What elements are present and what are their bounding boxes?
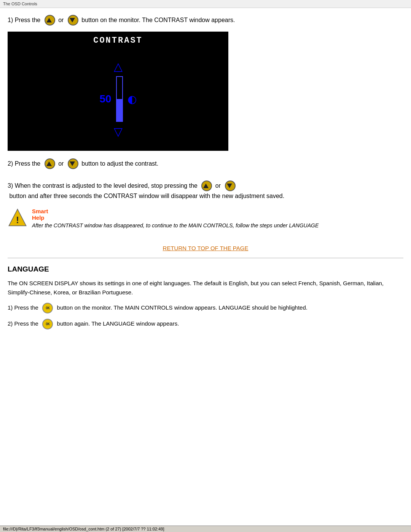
down-triangle-3 [227, 184, 232, 188]
step-1-or-1: or [57, 15, 65, 25]
browser-title: The OSD Controls [0, 0, 411, 8]
ok-button-icon-1: OK [42, 303, 53, 313]
down-triangle-2 [70, 161, 75, 166]
step-2-number: 2) Press the [8, 159, 42, 169]
contrast-inner: △ 50 ◐ ▽ [99, 60, 136, 138]
return-link-wrapper: RETURN TO TOP OF THE PAGE [8, 245, 403, 252]
language-intro: The ON SCREEN DISPLAY shows its settings… [8, 279, 403, 298]
up-triangle-3 [203, 184, 209, 188]
smart-help-text-block: SmartHelp After the CONTRAST window has … [32, 208, 319, 230]
status-bar: file:///D|/Rita/LF3/lf3manual/english/OS… [0, 526, 411, 532]
section-divider [8, 258, 403, 258]
step-3-or: or [213, 181, 222, 191]
contrast-slider [116, 76, 123, 122]
step-3-line: 3) When the contrast is adjusted to the … [8, 181, 403, 201]
up-triangle-2 [46, 161, 52, 166]
up-button-icon-3 [201, 181, 212, 191]
contrast-window: CONTRAST △ 50 ◐ ▽ [8, 32, 228, 151]
svg-text:!: ! [16, 214, 19, 225]
up-button-icon-2 [45, 158, 55, 169]
lang-step-1-suffix: button on the monitor. The MAIN CONTROLS… [55, 304, 307, 311]
lang-step-1: 1) Press the OK button on the monitor. T… [8, 303, 403, 313]
step-1-line: 1) Press the or button on the monitor. T… [8, 15, 403, 26]
up-triangle-1 [46, 18, 52, 22]
ok-button-icon-2: OK [42, 319, 53, 329]
step-1-suffix: button on the monitor. The CONTRAST wind… [80, 15, 235, 25]
smart-help-italic-text: After the CONTRAST window has disappeare… [32, 222, 319, 230]
step-2-suffix: button to adjust the contrast. [80, 159, 158, 169]
contrast-body: △ 50 ◐ ▽ [9, 48, 227, 150]
down-button-icon-2 [68, 158, 78, 169]
smart-help-box: ! SmartHelp After the CONTRAST window ha… [8, 208, 403, 230]
step-1-number: 1) Press the [8, 15, 42, 25]
lang-step-2: 2) Press the OK button again. The LANGUA… [8, 319, 403, 329]
smart-help-label: SmartHelp [32, 208, 319, 221]
lang-step-2-suffix: button again. The LANGUAGE window appear… [55, 320, 179, 327]
contrast-circle-icon: ◐ [127, 93, 137, 105]
contrast-up-arrow: △ [114, 60, 123, 73]
down-button-icon-3 [225, 181, 236, 191]
step-2-line: 2) Press the or button to adjust the con… [8, 158, 403, 169]
warning-triangle-icon: ! [8, 208, 27, 228]
lang-step-1-prefix: 1) Press the [8, 304, 40, 311]
lang-step-2-prefix: 2) Press the [8, 320, 40, 327]
up-button-icon-1 [45, 15, 55, 26]
return-to-top-link[interactable]: RETURN TO TOP OF THE PAGE [163, 245, 249, 251]
contrast-value: 50 [99, 93, 111, 105]
step-3-prefix: 3) When the contrast is adjusted to the … [8, 181, 199, 191]
language-title: LANGUAGE [8, 265, 403, 273]
down-button-icon-1 [68, 15, 78, 26]
contrast-titlebar: CONTRAST [9, 33, 227, 48]
slider-fill [117, 99, 122, 121]
contrast-down-arrow: ▽ [114, 125, 123, 138]
step-3-suffix: button and after three seconds the CONTR… [8, 191, 284, 201]
status-text: file:///D|/Rita/LF3/lf3manual/english/OS… [3, 527, 164, 531]
step-2-or: or [57, 159, 65, 169]
contrast-title: CONTRAST [93, 36, 143, 45]
down-triangle-1 [70, 18, 75, 22]
language-section: LANGUAGE The ON SCREEN DISPLAY shows its… [8, 265, 403, 330]
